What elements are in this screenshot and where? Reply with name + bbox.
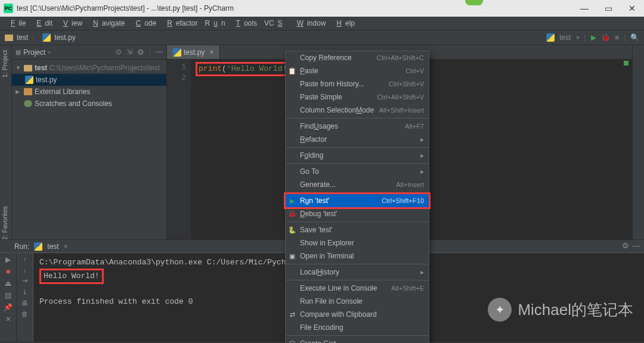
menu-view[interactable]: View: [56, 19, 86, 27]
python-icon: [42, 33, 51, 42]
minimize-button[interactable]: —: [572, 0, 596, 17]
ctx-local-history[interactable]: Local History▸: [286, 266, 429, 279]
wechat-icon: ✦: [488, 298, 512, 322]
ctx-create-gist[interactable]: ◯Create Gist...: [286, 337, 429, 343]
down-button[interactable]: ↓: [23, 266, 27, 273]
print-button[interactable]: 🖶: [21, 300, 28, 307]
python-icon: 🐍: [288, 226, 296, 234]
editor-context-menu: Copy ReferenceCtrl+Alt+Shift+C 📋PasteCtr…: [285, 51, 429, 343]
close-button[interactable]: ✕: [620, 0, 644, 17]
scrolltoend-button[interactable]: ⤓: [22, 288, 27, 296]
ctx-execute-line[interactable]: Execute Line in ConsoleAlt+Shift+E: [286, 282, 429, 295]
pycharm-icon: PC: [4, 4, 13, 13]
ctx-column-selection[interactable]: Column Selection ModeAlt+Shift+Insert: [286, 104, 429, 117]
ctx-debug-test[interactable]: 🐞Debug 'test': [286, 207, 429, 220]
output-highlight: Hello World!: [39, 269, 104, 284]
vseparator: |: [624, 33, 626, 42]
ctx-run-file-console[interactable]: Run File in Console: [286, 295, 429, 308]
layout-button[interactable]: ▤: [5, 291, 11, 300]
clear-button[interactable]: 🗑: [21, 310, 28, 317]
hide-icon[interactable]: —: [633, 241, 640, 250]
collapse-all-icon[interactable]: ⇲: [126, 48, 132, 57]
left-tool-strip: 1: Project 2: Favorites 7: Structure: [0, 45, 12, 239]
panel-title: Project: [23, 48, 45, 57]
tree-scratches[interactable]: Scratches and Consoles: [12, 98, 166, 110]
ctx-folding[interactable]: Folding▸: [286, 149, 429, 162]
breadcrumb-file[interactable]: test.py: [54, 33, 75, 42]
ctx-generate[interactable]: Generate...Alt+Insert: [286, 178, 429, 191]
gear-icon[interactable]: ⚙: [622, 241, 629, 250]
project-panel: ▦Project▾ ⊙ ⇲ ⚙ | — ▼ test C:\Users\Mic\…: [12, 45, 167, 239]
run-config-selector[interactable]: test: [559, 33, 571, 42]
ctx-copy-reference[interactable]: Copy ReferenceCtrl+Alt+Shift+C: [286, 51, 429, 64]
menu-refactor[interactable]: Refactor: [160, 19, 201, 27]
close-icon[interactable]: ×: [64, 242, 68, 251]
menu-file[interactable]: File: [4, 19, 29, 27]
gear-icon[interactable]: ⚙: [137, 48, 144, 57]
hide-panel-icon[interactable]: —: [156, 48, 163, 57]
sidetab-project[interactable]: 1: Project: [0, 45, 10, 82]
paste-icon: 📋: [288, 67, 296, 75]
run-toolbar-primary: ▶ ■ ⏏ ▤ 📌 ✕: [0, 253, 17, 342]
run-button[interactable]: ▶: [591, 33, 596, 42]
rerun-button[interactable]: ▶: [5, 255, 11, 264]
tree-project-root[interactable]: ▼ test C:\Users\Mic\PycharmProjects\test: [12, 62, 166, 74]
tree-external-libraries[interactable]: ▶External Libraries: [12, 86, 166, 98]
search-button[interactable]: 🔍: [630, 33, 639, 42]
ctx-open-terminal[interactable]: ▣Open in Terminal: [286, 250, 429, 263]
tree-file-testpy[interactable]: test.py: [12, 74, 166, 86]
window-title: test [C:\Users\Mic\PycharmProjects\test]…: [17, 4, 234, 13]
ctx-find-usages[interactable]: Find UsagesAlt+F7: [286, 120, 429, 133]
python-icon: [34, 242, 42, 251]
close-icon[interactable]: ×: [209, 48, 213, 57]
vseparator: |: [584, 33, 586, 42]
ctx-goto[interactable]: Go To▸: [286, 165, 429, 178]
promo-badge: [465, 0, 483, 5]
menu-code[interactable]: Code: [128, 19, 160, 27]
pin-button[interactable]: 📌: [4, 303, 13, 311]
close-button[interactable]: ✕: [5, 315, 11, 323]
run-label: Run:: [14, 242, 29, 251]
menu-tools[interactable]: Tools: [229, 19, 261, 27]
right-tool-strip: [632, 45, 644, 239]
editor-tab-testpy[interactable]: test.py×: [167, 45, 220, 59]
menu-help[interactable]: Help: [329, 19, 358, 27]
debug-button[interactable]: 🐞: [601, 33, 610, 42]
folder-icon: [5, 35, 13, 41]
stop-button[interactable]: ■: [615, 33, 619, 42]
compare-icon: ⇄: [288, 311, 296, 319]
github-icon: ◯: [288, 340, 296, 344]
scroll-from-source-icon[interactable]: ⊙: [116, 48, 122, 57]
ctx-paste-history[interactable]: Paste from History...Ctrl+Shift+V: [286, 77, 429, 91]
ctx-show-explorer[interactable]: Show in Explorer: [286, 236, 429, 250]
menubar: File Edit View Navigate Code Refactor Ru…: [0, 17, 644, 30]
ctx-save-test[interactable]: 🐍Save 'test': [286, 223, 429, 236]
ctx-paste[interactable]: 📋PasteCtrl+V: [286, 64, 429, 77]
ctx-file-encoding[interactable]: File Encoding: [286, 321, 429, 334]
menu-navigate[interactable]: Navigate: [86, 19, 128, 27]
breadcrumb-project[interactable]: test: [17, 33, 28, 42]
stop-button[interactable]: ■: [6, 267, 10, 276]
ctx-compare-clipboard[interactable]: ⇄Compare with Clipboard: [286, 308, 429, 321]
menu-edit[interactable]: Edit: [29, 19, 56, 27]
python-icon: [546, 33, 555, 42]
terminal-icon: ▣: [288, 252, 296, 260]
menu-window[interactable]: Window: [290, 19, 330, 27]
sidetab-favorites[interactable]: 2: Favorites: [0, 201, 10, 245]
run-icon: ▶: [288, 197, 296, 205]
ctx-run-test[interactable]: ▶Run 'test'Ctrl+Shift+F10: [286, 194, 429, 207]
exit-button[interactable]: ⏏: [5, 279, 11, 288]
debug-icon: 🐞: [288, 210, 296, 218]
softwrap-button[interactable]: ⇥: [22, 277, 27, 285]
ctx-paste-simple[interactable]: Paste SimpleCtrl+Alt+Shift+V: [286, 91, 429, 104]
run-toolbar-secondary: ↑ ↓ ⇥ ⤓ 🖶 🗑: [17, 253, 33, 342]
run-tab[interactable]: test: [47, 242, 58, 251]
maximize-button[interactable]: ▭: [596, 0, 620, 17]
menu-vcs[interactable]: VCS: [261, 19, 290, 27]
menu-run[interactable]: Run: [202, 19, 229, 27]
watermark: ✦ Michael的笔记本: [488, 298, 633, 322]
up-button[interactable]: ↑: [23, 255, 27, 263]
titlebar: PC test [C:\Users\Mic\PycharmProjects\te…: [0, 0, 644, 17]
inspection-indicator[interactable]: [624, 61, 628, 66]
ctx-refactor[interactable]: Refactor▸: [286, 133, 429, 146]
